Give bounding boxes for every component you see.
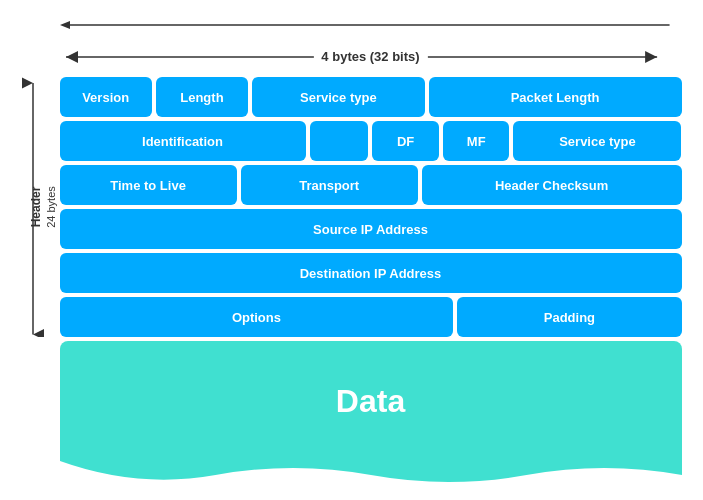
cell-padding: Padding: [457, 297, 681, 337]
cell-version: Version: [60, 77, 152, 117]
table-row: Version Length Service type Packet Lengt…: [60, 77, 682, 117]
cell-dest-ip: Destination IP Address: [60, 253, 682, 293]
svg-marker-1: [60, 21, 70, 29]
data-wave: [60, 461, 682, 489]
cell-source-ip: Source IP Address: [60, 209, 682, 249]
table-row: Options Padding: [60, 297, 682, 337]
data-label: Data: [336, 383, 405, 420]
top-arrow: [60, 11, 682, 39]
top-dimension-label: 4 bytes (32 bits): [313, 43, 427, 71]
cell-packet-length: Packet Length: [429, 77, 682, 117]
data-bg: Data: [60, 341, 682, 461]
cell-service-type-1: Service type: [252, 77, 425, 117]
cell-options: Options: [60, 297, 454, 337]
cell-ttl: Time to Live: [60, 165, 237, 205]
packet-grid: Version Length Service type Packet Lengt…: [60, 77, 682, 337]
cell-service-type-2: Service type: [513, 121, 681, 161]
table-row: Destination IP Address: [60, 253, 682, 293]
side-label-area: Header 24 bytes: [22, 77, 52, 337]
cell-mf: MF: [443, 121, 510, 161]
cell-transport: Transport: [241, 165, 418, 205]
cell-header-checksum: Header Checksum: [422, 165, 682, 205]
cell-df: DF: [372, 121, 439, 161]
cell-length: Length: [156, 77, 248, 117]
data-section: Data: [60, 341, 682, 489]
table-row: Source IP Address: [60, 209, 682, 249]
table-row: Time to Live Transport Header Checksum: [60, 165, 682, 205]
table-row: Identification DF MF Service type: [60, 121, 682, 161]
cell-identification: Identification: [60, 121, 306, 161]
header-label: Header: [28, 187, 42, 228]
cell-empty: [310, 121, 369, 161]
bytes-label: 24 bytes: [44, 186, 56, 228]
